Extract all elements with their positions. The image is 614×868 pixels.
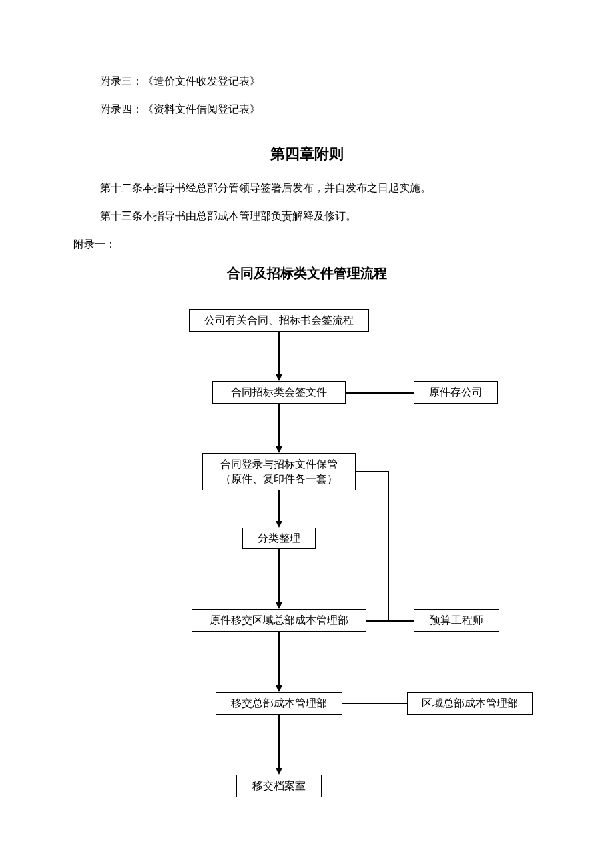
- flow-node-to-archive: 移交档案室: [236, 775, 322, 797]
- flow-node-register-keep: 合同登录与招标文件保管 （原件、复印件各一套）: [202, 453, 356, 490]
- flow-edge: [388, 620, 414, 622]
- flowchart-title: 合同及招标类文件管理流程: [0, 264, 614, 282]
- flowchart: 公司有关合同、招标书会签流程 合同招标类会签文件 原件存公司 合同登录与招标文件…: [0, 302, 614, 823]
- clause-13: 第十三条本指导书由总部成本管理部负责解释及修订。: [0, 208, 614, 224]
- document-page: 附录三：《造价文件收发登记表》 附录四：《资料文件借阅登记表》 第四章附则 第十…: [0, 0, 614, 849]
- arrow-down-icon: [276, 685, 282, 692]
- arrow-down-icon: [276, 446, 282, 453]
- flow-node-classify: 分类整理: [242, 528, 316, 549]
- flow-edge: [278, 490, 280, 521]
- flow-edge: [366, 620, 389, 622]
- clause-12: 第十二条本指导书经总部分管领导签署后发布，并自发布之日起实施。: [0, 180, 614, 196]
- flow-node-originals-to-region: 原件移交区域总部成本管理部: [192, 609, 366, 632]
- annex-1-label: 附录一：: [0, 236, 614, 252]
- appendix-3-line: 附录三：《造价文件收发登记表》: [0, 73, 614, 89]
- flow-node-to-hq-cost: 移交总部成本管理部: [216, 692, 342, 715]
- flow-edge: [342, 703, 407, 704]
- flow-edge: [278, 549, 280, 602]
- flow-edge: [388, 471, 389, 621]
- flow-edge: [278, 404, 280, 446]
- flow-edge: [278, 715, 280, 768]
- flow-node-region-hq-cost: 区域总部成本管理部: [407, 692, 533, 715]
- flow-node-budget-engineer: 预算工程师: [414, 609, 499, 632]
- chapter-title: 第四章附则: [0, 144, 614, 164]
- arrow-down-icon: [276, 768, 282, 775]
- flow-node-start: 公司有关合同、招标书会签流程: [189, 309, 369, 332]
- arrow-down-icon: [276, 374, 282, 381]
- flow-node-original-at-company: 原件存公司: [414, 381, 498, 404]
- arrow-down-icon: [276, 602, 282, 609]
- appendix-4-line: 附录四：《资料文件借阅登记表》: [0, 101, 614, 117]
- flow-edge: [278, 332, 280, 374]
- flow-edge: [356, 471, 389, 472]
- flow-node-sign-docs: 合同招标类会签文件: [212, 381, 346, 404]
- flow-edge: [346, 392, 414, 394]
- arrow-down-icon: [276, 521, 282, 528]
- flow-edge: [278, 632, 280, 685]
